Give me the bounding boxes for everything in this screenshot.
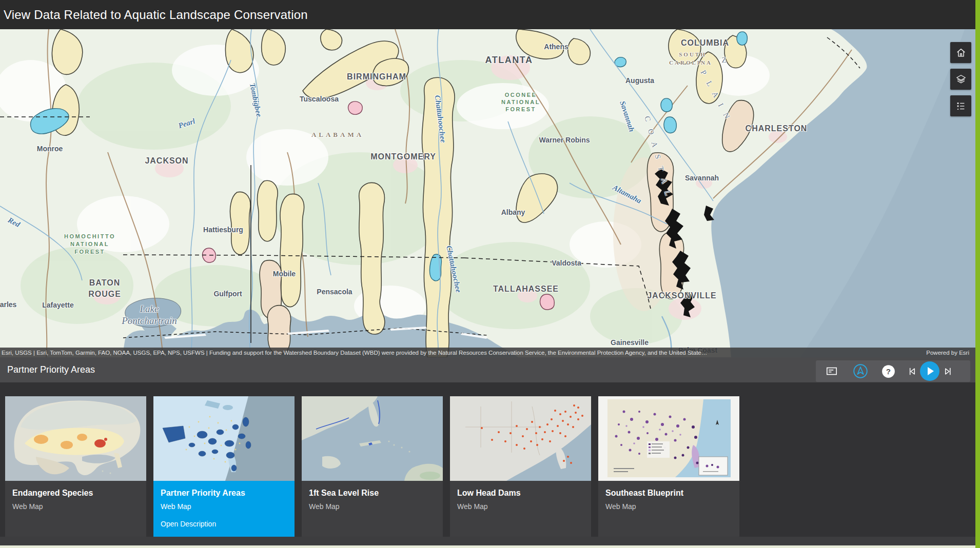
map-label-mobile: Mobile [273,270,296,278]
map-label-chattahoochee: Chattahoochee [444,245,463,294]
map-label-south: SOUTH [679,51,707,57]
card-low-head-dams[interactable]: Low Head Dams Web Map [450,396,591,537]
map-label-tallahassee: TALLAHASSEE [493,285,559,294]
next-button[interactable] [941,363,954,379]
map-label-alabama: ALABAMA [311,131,364,139]
page-title: View Data Related to Aquatic Landscape C… [4,8,308,22]
map-label-oconee: OCONEE [505,92,537,98]
compass-button[interactable] [852,362,869,380]
map-label-gulfport: Gulfport [213,290,242,298]
map-label-rouge: ROUGE [88,290,121,299]
map-label-national: NATIONAL [70,241,109,247]
card-partner-priority-areas[interactable]: Partner Priority Areas Web Map Open Desc… [153,396,295,537]
layers-icon [955,74,967,85]
map-label-montgomery: MONTGOMERY [370,152,436,161]
play-icon [920,361,939,381]
right-edge-strip [975,0,980,548]
story-title: Partner Priority Areas [7,364,95,375]
map-label-c-o-a-s-t-a-l: C O A S T A L [642,115,673,200]
map-view[interactable]: AthensATLANTACOLUMBIASOUTHCAROLINAZP L A… [0,29,975,357]
open-description-link[interactable]: Open Description [161,520,216,528]
card-thumbnail [153,396,295,481]
card-subtitle: Web Map [457,502,584,511]
play-button[interactable] [919,361,940,381]
map-label-tombigbee: Tombigbee [248,82,264,117]
powered-by-esri-link[interactable]: Powered by Esri [926,350,969,356]
card-body: Endangered Species Web Map [5,481,146,537]
home-icon [955,47,967,58]
card-title: Low Head Dams [457,489,584,498]
card-title: Partner Priority Areas [161,489,287,498]
card-title: Southeast Blueprint [605,489,732,498]
bottom-edge-strip [0,545,980,548]
map-label-albany: Albany [501,208,525,216]
map-label-hattiesburg: Hattiesburg [203,226,243,234]
description-button[interactable] [823,362,840,380]
skip-next-icon [942,366,954,377]
title-bar: View Data Related to Aquatic Landscape C… [0,0,975,29]
map-label-pearl: Pearl [178,117,197,130]
card-southeast-blueprint[interactable]: Southeast Blueprint Web Map [598,396,739,537]
card-body: Partner Priority Areas Web Map Open Desc… [153,481,295,537]
map-attribution: Esri, USGS | Esri, TomTom, Garmin, FAO, … [0,348,975,357]
map-label-savannah: Savannah [618,100,636,133]
card-thumbnail [450,396,591,481]
card-thumbnail [598,396,739,481]
help-button[interactable]: ? [880,363,896,379]
map-label-athens: Athens [544,43,568,51]
legend-icon [955,100,967,112]
webmap-gallery: Endangered Species Web Map [0,382,975,545]
help-icon: ? [881,364,895,378]
card-title: Endangered Species [12,489,139,498]
map-label-forest: FOREST [74,249,105,255]
card-1ft-sea-level-rise[interactable]: 1ft Sea Level Rise Web Map [302,396,443,537]
map-label-columbia: COLUMBIA [681,38,729,48]
map-label-red: Red [6,216,21,229]
skip-previous-icon [906,366,918,377]
map-label-charleston: CHARLESTON [746,124,808,133]
map-label-gainesville: Gainesville [611,338,649,347]
card-subtitle: Web Map [309,502,436,511]
svg-text:?: ? [886,367,890,375]
map-label-lafayette: Lafayette [42,301,73,309]
map-label-chattahoochee: Chattahoochee [433,95,447,144]
previous-button[interactable] [905,363,918,379]
card-title: 1ft Sea Level Rise [309,489,436,498]
map-label-birmingham: BIRMINGHAM [347,72,406,82]
map-label-p-l-a-i-n: P L A I N [699,69,733,123]
map-label-z: Z [721,56,729,65]
layers-button[interactable] [950,69,971,90]
map-label-augusta: Augusta [625,76,654,85]
map-labels: AthensATLANTACOLUMBIASOUTHCAROLINAZP L A… [0,29,975,357]
card-thumbnail [5,396,146,481]
map-label-valdosta: Valdosta [552,259,581,267]
map-label-carolina: CAROLINA [669,59,712,66]
card-body: Low Head Dams Web Map [450,481,591,537]
card-subtitle: Web Map [605,502,732,511]
legend-button[interactable] [950,95,971,116]
map-label-monroe: Monroe [37,145,63,153]
map-label-tuscaloosa: Tuscaloosa [300,95,339,103]
map-label-national: NATIONAL [501,99,540,105]
attribution-text: Esri, USGS | Esri, TomTom, Garmin, FAO, … [2,350,707,356]
map-label-forest: FOREST [505,106,536,112]
description-icon [825,364,838,378]
card-endangered-species[interactable]: Endangered Species Web Map [5,396,146,537]
story-toolbar: ? [816,360,970,382]
gallery-footer [0,537,975,545]
card-subtitle: Web Map [161,502,287,511]
map-label-altamaha: Altamaha [611,183,643,206]
map-label-arles: arles [0,300,16,309]
home-button[interactable] [950,42,971,63]
card-subtitle: Web Map [12,502,139,511]
card-body: Southeast Blueprint Web Map [598,481,739,537]
map-label-warner-robins: Warner Robins [539,136,590,144]
map-label-pensacola: Pensacola [317,288,352,296]
map-label-lake: Lake [140,303,159,315]
compass-icon [853,363,868,379]
app: View Data Related to Aquatic Landscape C… [0,0,980,548]
card-body: 1ft Sea Level Rise Web Map [302,481,443,537]
map-label-jacksonville: JACKSONVILLE [647,291,717,300]
map-label-jackson: JACKSON [145,156,188,166]
card-thumbnail [302,396,443,481]
